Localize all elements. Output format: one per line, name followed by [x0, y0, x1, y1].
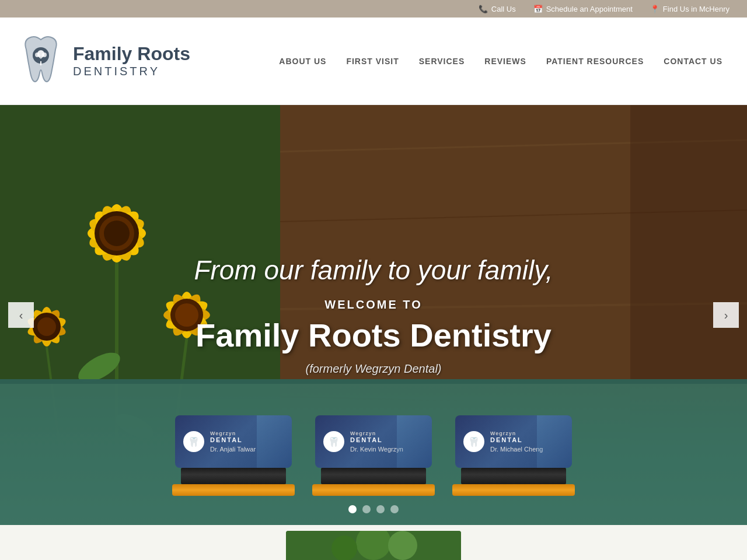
nav-item-services[interactable]: SERVICES	[412, 52, 472, 71]
svg-point-54	[388, 531, 417, 560]
hero-welcome: WELCOME TO	[324, 298, 422, 312]
hero-tagline: From our family to your family,	[194, 254, 553, 286]
call-us-link[interactable]: 📞 Call Us	[479, 5, 516, 13]
chevron-right-icon: ›	[724, 309, 728, 322]
logo-area[interactable]: Family Roots DENTISTRY	[18, 29, 190, 93]
slider-dot-3[interactable]	[376, 505, 385, 513]
logo-text: Family Roots DENTISTRY	[73, 44, 190, 78]
nav-item-first-visit[interactable]: FIRST VISIT	[339, 52, 406, 71]
nav-item-patient-resources[interactable]: PATIENT RESOURCES	[539, 52, 651, 71]
logo-line2: DENTISTRY	[73, 65, 190, 78]
logo-line1: Family Roots	[73, 44, 190, 64]
schedule-label: Schedule an Appointment	[546, 5, 633, 13]
logo-icon	[18, 29, 64, 93]
slider-dot-1[interactable]	[348, 505, 357, 513]
location-link[interactable]: 📍 Find Us in McHenry	[650, 5, 729, 13]
svg-point-5	[35, 52, 40, 57]
slider-dot-4[interactable]	[390, 505, 399, 513]
calendar-icon: 📅	[533, 5, 543, 13]
site-header: Family Roots DENTISTRY ABOUT USFIRST VIS…	[0, 18, 747, 105]
top-bar: 📞 Call Us 📅 Schedule an Appointment 📍 Fi…	[0, 0, 747, 18]
main-nav: ABOUT USFIRST VISITSERVICESREVIEWSPATIEN…	[272, 52, 729, 71]
below-hero	[0, 525, 747, 560]
phone-icon: 📞	[479, 5, 488, 13]
hero-section: 🦷 Wegrzyn DENTAL Dr. Anjali Talwar 🦷 Weg…	[0, 105, 747, 525]
location-label: Find Us in McHenry	[663, 5, 729, 13]
hero-subtitle: (formerly Wegrzyn Dental)	[305, 362, 441, 376]
location-icon: 📍	[650, 5, 659, 13]
nav-item-about-us[interactable]: ABOUT US	[272, 52, 333, 71]
svg-point-6	[42, 52, 47, 57]
nav-item-reviews[interactable]: REVIEWS	[477, 52, 533, 71]
svg-point-53	[331, 536, 357, 560]
preview-image	[286, 531, 461, 560]
chevron-left-icon: ‹	[19, 309, 23, 322]
schedule-link[interactable]: 📅 Schedule an Appointment	[533, 5, 633, 13]
hero-title: Family Roots Dentistry	[196, 317, 551, 354]
hero-content: From our family to your family, WELCOME …	[0, 105, 747, 525]
call-us-label: Call Us	[491, 5, 516, 13]
slider-prev-button[interactable]: ‹	[8, 302, 34, 328]
nav-item-contact-us[interactable]: CONTACT US	[657, 52, 729, 71]
slider-dot-2[interactable]	[362, 505, 371, 513]
slider-dots	[348, 505, 399, 513]
slider-next-button[interactable]: ›	[713, 302, 739, 328]
